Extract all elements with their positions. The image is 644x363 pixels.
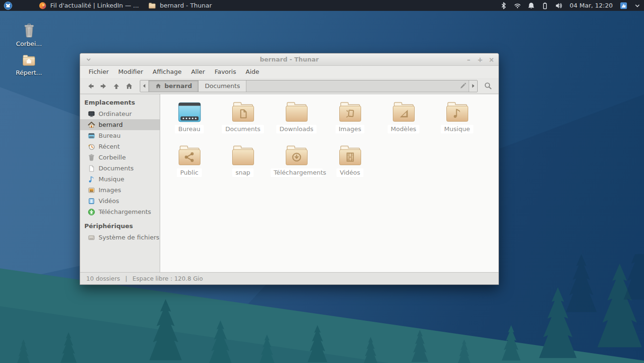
- file-item-videos[interactable]: Vidéos: [323, 144, 377, 187]
- applications-menu-button[interactable]: [4, 1, 12, 10]
- menu-aller[interactable]: Aller: [186, 66, 209, 78]
- videos-icon: [88, 197, 95, 205]
- sidebar-item-label: Corbeille: [99, 154, 126, 161]
- pathbar-scroll-left-button[interactable]: [140, 80, 149, 92]
- file-item-modeles[interactable]: Modèles: [377, 100, 430, 144]
- pathbar-segment-documents[interactable]: Documents: [199, 80, 246, 92]
- file-label: Documents: [222, 125, 263, 133]
- bluetooth-icon[interactable]: [500, 2, 508, 9]
- sidebar-item-label: Bureau: [99, 132, 120, 139]
- desktop-icon-label: Corbei...: [16, 40, 42, 47]
- battery-icon[interactable]: [541, 2, 549, 9]
- menu-aide[interactable]: Aide: [241, 66, 264, 78]
- sidebar-item-telechargements[interactable]: Téléchargements: [80, 206, 160, 217]
- documents-folder-icon: [230, 100, 256, 124]
- sidebar-item-corbeille[interactable]: Corbeille: [80, 152, 160, 163]
- desktop-icon-home-folder[interactable]: Répert...: [9, 52, 48, 76]
- notifications-icon[interactable]: [527, 2, 535, 9]
- file-item-documents[interactable]: Documents: [216, 100, 270, 144]
- file-label: Bureau: [175, 125, 203, 133]
- home-button[interactable]: [123, 80, 136, 92]
- up-button[interactable]: [110, 80, 123, 92]
- sidebar-item-musique[interactable]: Musique: [80, 174, 160, 185]
- status-free-space: Espace libre : 120.8 Gio: [133, 275, 203, 282]
- music-icon: [88, 176, 95, 183]
- recent-clock-icon: [88, 143, 95, 151]
- file-label: Downloads: [276, 125, 317, 133]
- file-item-snap[interactable]: snap: [216, 144, 270, 187]
- taskbar-button-thunar[interactable]: bernard - Thunar: [145, 0, 215, 11]
- file-label: Vidéos: [336, 168, 363, 177]
- images-folder-icon: [337, 100, 363, 124]
- file-label: Public: [177, 168, 201, 177]
- file-item-musique[interactable]: Musique: [430, 100, 484, 144]
- sidebar-item-recent[interactable]: Récent: [80, 141, 160, 152]
- minimize-button[interactable]: –: [465, 54, 472, 65]
- pathbar-empty-area[interactable]: [246, 80, 456, 92]
- home-folder-icon: [22, 52, 36, 67]
- public-folder-icon: [176, 144, 203, 168]
- sidebar-item-label: Téléchargements: [99, 208, 151, 215]
- trash-icon: [23, 23, 36, 38]
- file-item-telechargements[interactable]: Téléchargements: [270, 144, 323, 187]
- sidebar: Emplacements Ordinateur bernard Bureau: [80, 94, 160, 272]
- forward-button[interactable]: [97, 80, 110, 92]
- music-folder-icon: [444, 100, 471, 124]
- panel-chevron-down-icon[interactable]: [634, 2, 641, 9]
- top-panel: Fil d'actualité | LinkedIn — ... bernard…: [0, 0, 644, 11]
- plain-folder-icon: [283, 100, 310, 124]
- sidebar-item-label: Système de fichiers: [99, 234, 159, 241]
- pathbar-scroll-right-button[interactable]: [469, 80, 477, 92]
- file-label: Téléchargements: [271, 168, 323, 177]
- menu-modifier[interactable]: Modifier: [114, 66, 148, 78]
- pathbar[interactable]: bernard Documents: [140, 80, 478, 92]
- wifi-icon[interactable]: [514, 2, 521, 9]
- file-view[interactable]: Bureau Documents Downloads: [160, 94, 499, 272]
- sidebar-item-images[interactable]: Images: [80, 185, 160, 195]
- file-item-images[interactable]: Images: [323, 100, 377, 144]
- sidebar-item-videos[interactable]: Vidéos: [80, 195, 160, 206]
- filesystem-drive-icon: [88, 234, 95, 241]
- document-icon: [88, 165, 95, 172]
- firefox-icon: [39, 2, 46, 9]
- close-button[interactable]: ×: [488, 54, 495, 65]
- file-label: Musique: [441, 125, 473, 133]
- status-separator: |: [125, 275, 127, 282]
- sidebar-item-bernard[interactable]: bernard: [80, 119, 160, 130]
- indicator-icon[interactable]: [620, 2, 627, 9]
- templates-folder-icon: [390, 100, 417, 124]
- desktop-icon: [88, 132, 95, 140]
- menu-fichier[interactable]: Fichier: [84, 66, 114, 78]
- back-button[interactable]: [84, 80, 97, 92]
- file-item-public[interactable]: Public: [163, 144, 216, 187]
- taskbar-button-firefox[interactable]: Fil d'actualité | LinkedIn — ...: [36, 0, 142, 11]
- sidebar-item-documents[interactable]: Documents: [80, 163, 160, 174]
- sidebar-item-systeme-de-fichiers[interactable]: Système de fichiers: [80, 232, 160, 243]
- clock[interactable]: 04 Mar, 12:20: [570, 2, 613, 9]
- file-label: Images: [336, 125, 365, 133]
- file-label: Modèles: [388, 125, 420, 133]
- edit-path-button[interactable]: [456, 80, 469, 92]
- sidebar-item-bureau[interactable]: Bureau: [80, 130, 160, 141]
- search-button[interactable]: [481, 80, 494, 92]
- volume-icon[interactable]: [555, 2, 562, 9]
- menu-favoris[interactable]: Favoris: [210, 66, 241, 78]
- status-folder-count: 10 dossiers: [86, 275, 120, 282]
- magnifier-icon: [484, 82, 492, 90]
- titlebar[interactable]: bernard - Thunar – + ×: [80, 53, 499, 66]
- maximize-button[interactable]: +: [477, 54, 483, 65]
- desktop-icon-trash[interactable]: Corbei...: [9, 23, 48, 47]
- sidebar-item-label: Vidéos: [99, 197, 119, 204]
- pencil-icon: [459, 82, 466, 89]
- system-tray: 04 Mar, 12:20: [500, 2, 644, 9]
- pathbar-segment-bernard[interactable]: bernard: [149, 80, 199, 92]
- taskbar-button-label: Fil d'actualité | LinkedIn — ...: [50, 2, 139, 9]
- home-icon: [155, 83, 162, 89]
- sidebar-item-label: Musique: [99, 176, 124, 183]
- plain-folder-icon: [230, 144, 256, 168]
- file-item-bureau[interactable]: Bureau: [163, 100, 216, 144]
- sidebar-item-ordinateur[interactable]: Ordinateur: [80, 108, 160, 119]
- menu-affichage[interactable]: Affichage: [148, 66, 186, 78]
- downloads-icon: [88, 208, 95, 216]
- file-item-downloads[interactable]: Downloads: [270, 100, 323, 144]
